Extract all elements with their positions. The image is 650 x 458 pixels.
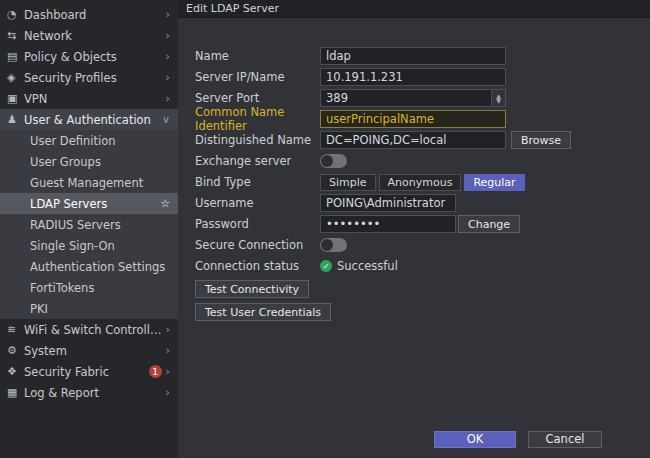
sidebar-item-user-groups[interactable]: User Groups [0, 151, 178, 172]
browse-button[interactable]: Browse [511, 131, 571, 149]
sidebar-item-authentication-settings[interactable]: Authentication Settings [0, 256, 178, 277]
sidebar-item-label: Network [24, 29, 162, 43]
user-authentication-submenu: User Definition User Groups Guest Manage… [0, 130, 178, 319]
chevron-right-icon: › [166, 29, 170, 42]
distinguished-name-row: Distinguished Name Browse [195, 130, 650, 150]
sidebar-item-security-fabric[interactable]: ❖ Security Fabric 1 › [0, 361, 178, 382]
bind-type-row: Bind Type Simple Anonymous Regular [195, 172, 650, 192]
chevron-right-icon: › [166, 92, 170, 105]
sidebar-item-radius-servers[interactable]: RADIUS Servers [0, 214, 178, 235]
network-icon: ⇆ [7, 29, 24, 42]
exchange-server-toggle[interactable] [320, 154, 347, 168]
sidebar-subitem-label: FortiTokens [30, 281, 94, 295]
policy-objects-icon: ▤ [7, 50, 24, 63]
connection-status-value: Successful [337, 259, 398, 273]
name-input[interactable] [320, 47, 506, 65]
sidebar-subitem-label: RADIUS Servers [30, 218, 121, 232]
username-input[interactable] [320, 194, 456, 212]
chevron-right-icon: › [166, 386, 170, 399]
username-label: Username [195, 196, 320, 210]
server-ip-row: Server IP/Name [195, 67, 650, 87]
sidebar-item-user-definition[interactable]: User Definition [0, 130, 178, 151]
security-profiles-icon: ◈ [7, 71, 24, 84]
test-connectivity-button[interactable]: Test Connectivity [195, 280, 309, 298]
connection-status-label: Connection status [195, 259, 320, 273]
sidebar-item-policy-objects[interactable]: ▤ Policy & Objects › [0, 46, 178, 67]
name-label: Name [195, 49, 320, 63]
sidebar-item-ldap-servers[interactable]: LDAP Servers ☆ [0, 193, 178, 214]
gear-icon: ⚙ [7, 344, 24, 357]
sidebar-item-vpn[interactable]: ▣ VPN › [0, 88, 178, 109]
sidebar-subitem-label: Single Sign-On [30, 239, 115, 253]
sidebar-subitem-label: Authentication Settings [30, 260, 165, 274]
sidebar-item-label: Policy & Objects [24, 50, 162, 64]
bind-type-anonymous-button[interactable]: Anonymous [379, 174, 462, 191]
app-window: ◔ Dashboard › ⇆ Network › ▤ Policy & Obj… [0, 0, 650, 458]
sidebar-item-guest-management[interactable]: Guest Management [0, 172, 178, 193]
sidebar-item-label: Log & Report [24, 386, 162, 400]
test-user-credentials-button[interactable]: Test User Credentials [195, 303, 331, 321]
password-label: Password [195, 217, 320, 231]
security-fabric-icon: ❖ [7, 365, 24, 378]
secure-connection-toggle[interactable] [320, 238, 347, 252]
ok-button[interactable]: OK [434, 431, 516, 448]
password-input[interactable] [320, 215, 456, 233]
bind-type-options: Simple Anonymous Regular [320, 174, 525, 191]
server-port-input[interactable] [320, 89, 506, 107]
log-report-icon: ▦ [7, 386, 24, 399]
sidebar: ◔ Dashboard › ⇆ Network › ▤ Policy & Obj… [0, 0, 178, 458]
cn-identifier-label: Common Name Identifier [195, 105, 320, 133]
sidebar-item-pki[interactable]: PKI [0, 298, 178, 319]
server-port-label: Server Port [195, 91, 320, 105]
ldap-server-form: Name Server IP/Name Server Port ▲▼ Commo… [178, 18, 650, 420]
distinguished-name-input[interactable] [320, 131, 506, 149]
sidebar-item-label: Security Profiles [24, 71, 162, 85]
cancel-button[interactable]: Cancel [528, 431, 602, 448]
sidebar-subitem-label: Guest Management [30, 176, 143, 190]
bind-type-regular-button[interactable]: Regular [464, 174, 524, 191]
sidebar-item-wifi-switch-controller[interactable]: ≋ WiFi & Switch Controller › [0, 319, 178, 340]
change-password-button[interactable]: Change [458, 215, 520, 233]
sidebar-item-fortitokens[interactable]: FortiTokens [0, 277, 178, 298]
sidebar-item-user-authentication[interactable]: ♟ User & Authentication ∨ [0, 109, 178, 130]
sidebar-item-security-profiles[interactable]: ◈ Security Profiles › [0, 67, 178, 88]
wifi-icon: ≋ [7, 323, 24, 336]
sidebar-item-label: VPN [24, 92, 162, 106]
success-check-icon: ✓ [320, 260, 332, 272]
chevron-down-icon: ∨ [162, 113, 170, 126]
secure-connection-label: Secure Connection [195, 238, 320, 252]
chevron-right-icon: › [166, 71, 170, 84]
bind-type-simple-button[interactable]: Simple [320, 174, 376, 191]
sidebar-item-log-report[interactable]: ▦ Log & Report › [0, 382, 178, 403]
notification-badge: 1 [149, 365, 162, 378]
sidebar-item-system[interactable]: ⚙ System › [0, 340, 178, 361]
dashboard-icon: ◔ [7, 8, 24, 21]
secure-connection-row: Secure Connection [195, 235, 650, 255]
page-title-bar: Edit LDAP Server [178, 0, 650, 18]
port-stepper[interactable]: ▲▼ [491, 90, 505, 106]
sidebar-subitem-label: User Definition [30, 134, 116, 148]
sidebar-item-label: Dashboard [24, 8, 162, 22]
sidebar-item-network[interactable]: ⇆ Network › [0, 25, 178, 46]
sidebar-item-label: Security Fabric [24, 365, 145, 379]
page-title: Edit LDAP Server [186, 2, 279, 15]
sidebar-item-dashboard[interactable]: ◔ Dashboard › [0, 4, 178, 25]
cn-identifier-row: Common Name Identifier [195, 109, 650, 129]
server-ip-input[interactable] [320, 68, 506, 86]
distinguished-name-label: Distinguished Name [195, 133, 320, 147]
chevron-right-icon: › [166, 344, 170, 357]
chevron-right-icon: › [166, 8, 170, 21]
chevron-right-icon: › [166, 323, 170, 336]
sidebar-item-label: User & Authentication [24, 113, 158, 127]
server-ip-label: Server IP/Name [195, 70, 320, 84]
favorite-star-icon[interactable]: ☆ [160, 197, 170, 210]
main-panel: Edit LDAP Server Name Server IP/Name Ser… [178, 0, 650, 458]
cn-identifier-input[interactable] [320, 110, 506, 128]
username-row: Username [195, 193, 650, 213]
sidebar-item-label: WiFi & Switch Controller [24, 323, 162, 337]
sidebar-subitem-label: PKI [30, 302, 48, 316]
password-row: Password Change [195, 214, 650, 234]
sidebar-item-label: System [24, 344, 162, 358]
chevron-right-icon: › [166, 365, 170, 378]
sidebar-item-single-sign-on[interactable]: Single Sign-On [0, 235, 178, 256]
